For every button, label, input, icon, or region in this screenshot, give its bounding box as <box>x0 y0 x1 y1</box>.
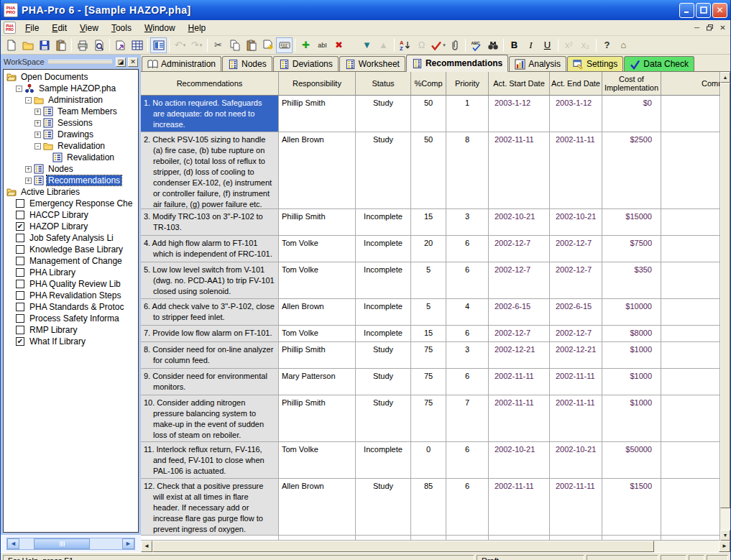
help-button[interactable]: ? <box>599 37 615 53</box>
recommendation-cell[interactable]: 1. No action required. Safeguards are ad… <box>141 96 279 132</box>
workspace-close-icon[interactable]: ✕ <box>128 58 138 67</box>
start-date-cell[interactable]: 2002-11-11 <box>489 132 550 209</box>
start-date-cell[interactable]: 2002-11-11 <box>489 369 550 395</box>
end-date-cell[interactable]: 2002-10-21 <box>550 442 602 479</box>
copy-button[interactable] <box>226 37 243 53</box>
library-checkbox[interactable] <box>16 199 24 208</box>
cost-cell[interactable]: $1500 <box>602 479 661 536</box>
comments-cell[interactable] <box>661 236 720 262</box>
comp-cell[interactable]: 50 <box>411 132 446 209</box>
pushpin-icon[interactable]: ◪ <box>116 58 126 67</box>
expand-icon[interactable]: + <box>35 120 41 127</box>
cost-cell[interactable]: $15000 <box>602 209 661 236</box>
tab-administration[interactable]: Administration <box>142 56 221 71</box>
library-checkbox[interactable]: ✔ <box>16 222 24 231</box>
move-up-button[interactable]: ▲ <box>375 37 392 53</box>
end-date-cell[interactable]: 2002-10-21 <box>550 209 602 236</box>
empty-cell[interactable] <box>550 536 602 541</box>
collapse-icon[interactable]: - <box>16 86 22 92</box>
maximize-button[interactable] <box>696 3 711 18</box>
library-checkbox[interactable] <box>16 268 24 277</box>
menu-view[interactable]: View <box>73 21 105 35</box>
column-header-cost-of-implementation[interactable]: Cost of Implementation <box>602 72 661 96</box>
empty-cell[interactable] <box>446 536 489 541</box>
print-preview-button[interactable] <box>91 37 107 53</box>
empty-cell[interactable] <box>356 536 411 541</box>
scroll-right-icon[interactable]: ► <box>719 541 730 552</box>
move-down-button[interactable]: ▼ <box>359 37 375 53</box>
library-item[interactable]: Process Safety Informa <box>4 313 138 324</box>
comments-cell[interactable] <box>661 209 720 236</box>
tab-recommendations[interactable]: Recommendations <box>406 55 508 72</box>
tree-item-nodes[interactable]: +Nodes <box>4 163 138 175</box>
tab-deviations[interactable]: Deviations <box>273 56 339 71</box>
comments-cell[interactable] <box>661 395 720 442</box>
cost-cell[interactable]: $50000 <box>602 442 661 479</box>
add-item-button[interactable]: ✚ <box>298 37 314 53</box>
apply-check-button[interactable]: ▾ <box>430 37 446 53</box>
responsibility-cell[interactable]: Tom Volke <box>279 262 356 299</box>
comments-cell[interactable] <box>661 262 720 299</box>
comments-cell[interactable] <box>661 479 720 536</box>
status-cell[interactable]: Incomplete <box>356 299 411 326</box>
priority-cell[interactable]: 8 <box>446 132 489 209</box>
open-button[interactable] <box>19 37 36 53</box>
empty-cell[interactable] <box>141 536 279 541</box>
table-hscrollbar[interactable]: ◄ ► <box>141 541 730 552</box>
library-item[interactable]: ✔What If Library <box>4 336 138 347</box>
delete-button[interactable]: ✖ <box>331 37 347 53</box>
workspace-grip[interactable] <box>48 60 112 64</box>
status-cell[interactable]: Study <box>356 342 411 369</box>
responsibility-cell[interactable]: Allen Brown <box>279 132 356 209</box>
mdi-close-button[interactable]: ✕ <box>717 22 729 33</box>
workspace-hscroll-thumb[interactable] <box>34 538 90 549</box>
library-checkbox[interactable] <box>16 211 24 219</box>
table-vscrollbar[interactable]: ▲ ▼ <box>720 72 730 541</box>
library-item[interactable]: HACCP Library <box>4 209 138 221</box>
cost-cell[interactable]: $1000 <box>602 342 661 369</box>
end-date-cell[interactable]: 2002-12-7 <box>550 262 602 299</box>
collapse-icon[interactable]: - <box>35 143 41 150</box>
table-vscroll-track[interactable] <box>720 508 730 530</box>
spell-check-button[interactable]: ABC <box>468 37 484 53</box>
rename-button[interactable]: abI <box>314 37 331 53</box>
library-item[interactable]: RMP Library <box>4 324 138 336</box>
tree-item-active-libraries[interactable]: Active Libraries <box>4 186 138 198</box>
comments-cell[interactable] <box>661 342 720 369</box>
status-cell[interactable]: Study <box>356 479 411 536</box>
responsibility-cell[interactable]: Tom Volke <box>279 326 356 342</box>
table-hscroll-thumb[interactable] <box>152 541 654 552</box>
comp-cell[interactable]: 5 <box>411 262 446 299</box>
empty-cell[interactable] <box>489 536 550 541</box>
library-item[interactable]: Emergency Response Che <box>4 198 138 209</box>
attachment-button[interactable] <box>446 37 463 53</box>
column-header-priority[interactable]: Priority <box>446 72 489 96</box>
subscript-button[interactable]: x₂ <box>577 37 594 53</box>
recommendation-cell[interactable]: 7. Provide low flow alarm on FT-101. <box>141 326 279 342</box>
tree-item-revalidation[interactable]: Revalidation <box>4 152 138 163</box>
end-date-cell[interactable]: 2002-12-7 <box>550 236 602 262</box>
empty-cell[interactable] <box>602 536 661 541</box>
comp-cell[interactable]: 20 <box>411 236 446 262</box>
library-checkbox[interactable] <box>16 303 24 311</box>
column-header-comments[interactable]: Comments <box>661 72 720 96</box>
priority-cell[interactable]: 7 <box>446 395 489 442</box>
end-date-cell[interactable]: 2002-11-11 <box>550 369 602 395</box>
column-header-status[interactable]: Status <box>356 72 411 96</box>
priority-cell[interactable]: 1 <box>446 96 489 132</box>
recommendation-cell[interactable]: 11. Interlock reflux return, FV-116, and… <box>141 442 279 479</box>
tree-item-drawings[interactable]: +Drawings <box>4 129 138 140</box>
cost-cell[interactable]: $350 <box>602 262 661 299</box>
start-date-cell[interactable]: 2002-12-7 <box>489 262 550 299</box>
collapse-icon[interactable]: - <box>25 97 32 104</box>
responsibility-cell[interactable]: Allen Brown <box>279 479 356 536</box>
table-hscroll-track[interactable] <box>654 541 719 552</box>
comments-cell[interactable] <box>661 132 720 209</box>
comp-cell[interactable]: 75 <box>411 342 446 369</box>
library-item[interactable]: PHA Library <box>4 267 138 278</box>
cost-cell[interactable]: $8000 <box>602 326 661 342</box>
comp-cell[interactable]: 50 <box>411 96 446 132</box>
tab-analysis[interactable]: Analysis <box>509 56 566 71</box>
clipboard-button[interactable] <box>52 37 69 53</box>
sort-sheet-button[interactable] <box>259 37 276 53</box>
